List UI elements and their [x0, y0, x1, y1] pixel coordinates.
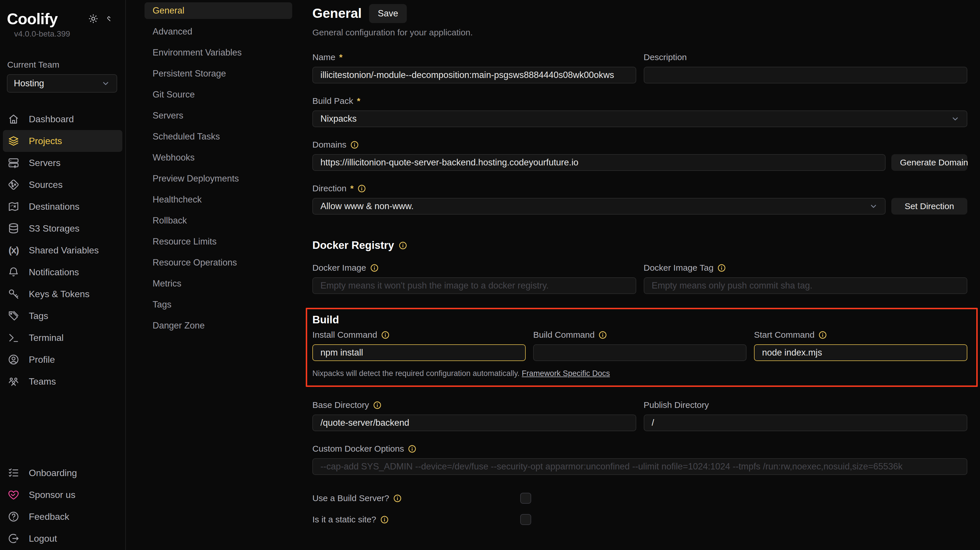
sidebar-item-terminal[interactable]: Terminal [3, 327, 123, 349]
subnav-item-environment-variables[interactable]: Environment Variables [145, 44, 292, 61]
info-icon [398, 241, 407, 250]
theme-toggle-sun-icon[interactable] [88, 13, 99, 25]
framework-docs-link[interactable]: Framework Specific Docs [522, 369, 610, 378]
generate-domain-button[interactable]: Generate Domain [891, 154, 967, 171]
install-command-field-group: Install Command [312, 330, 526, 361]
sidebar-item-notifications[interactable]: Notifications [3, 261, 123, 283]
build-command-input[interactable] [533, 344, 746, 361]
sidebar-item-label: Shared Variables [29, 245, 99, 256]
docker-image-label: Docker Image [312, 263, 636, 273]
base-directory-input[interactable] [312, 415, 636, 431]
static-site-label: Is it a static site? [312, 515, 520, 525]
description-field-group: Description [644, 52, 967, 83]
sidebar-item-label: Terminal [29, 333, 64, 343]
sidebar-item-label: Logout [29, 533, 57, 544]
domains-field-group: Domains Generate Domain [312, 140, 967, 171]
app-version: v4.0.0-beta.399 [7, 29, 70, 38]
subnav-item-metrics[interactable]: Metrics [145, 275, 292, 292]
current-team-label: Current Team [0, 60, 125, 70]
subnav-item-resource-limits[interactable]: Resource Limits [145, 233, 292, 250]
info-icon [380, 515, 389, 524]
sidebar-item-profile[interactable]: Profile [3, 349, 123, 371]
docker-image-tag-input[interactable] [644, 277, 967, 294]
chevron-up-down-icon[interactable] [105, 14, 113, 24]
nixpacks-note: Nixpacks will detect the required config… [312, 369, 967, 378]
subnav-item-resource-operations[interactable]: Resource Operations [145, 254, 292, 271]
subnav-item-scheduled-tasks[interactable]: Scheduled Tasks [145, 128, 292, 145]
sidebar-footer: Onboarding Sponsor us Feedback Logout [0, 462, 125, 550]
sidebar-item-dashboard[interactable]: Dashboard [3, 108, 123, 130]
custom-docker-options-label: Custom Docker Options [312, 444, 967, 453]
sidebar-item-sponsor-us[interactable]: Sponsor us [3, 484, 123, 506]
subnav-item-servers[interactable]: Servers [145, 107, 292, 124]
info-icon [373, 401, 382, 410]
build-server-label: Use a Build Server? [312, 493, 520, 503]
description-label: Description [644, 52, 967, 62]
subnav-item-danger-zone[interactable]: Danger Zone [145, 317, 292, 334]
team-icon [8, 376, 19, 387]
sidebar-item-sources[interactable]: Sources [3, 174, 123, 196]
save-button[interactable]: Save [369, 4, 407, 23]
name-label: Name * [312, 52, 636, 62]
install-command-input[interactable] [312, 344, 526, 361]
subnav-item-rollback[interactable]: Rollback [145, 212, 292, 229]
subnav-item-advanced[interactable]: Advanced [145, 23, 292, 40]
sidebar-item-label: S3 Storages [29, 223, 80, 234]
subnav-item-healthcheck[interactable]: Healthcheck [145, 191, 292, 208]
database-icon [8, 222, 19, 235]
required-asterisk: * [350, 184, 353, 193]
app-logo: Coolify [7, 11, 70, 27]
subnav-item-general[interactable]: General [145, 2, 292, 19]
subnav-item-persistent-storage[interactable]: Persistent Storage [145, 65, 292, 82]
sidebar-item-shared-variables[interactable]: (x) Shared Variables [3, 239, 123, 261]
sidebar-item-feedback[interactable]: Feedback [3, 506, 123, 528]
custom-docker-options-input[interactable] [312, 458, 967, 475]
subnav-item-tags[interactable]: Tags [145, 296, 292, 313]
page-title: General [312, 5, 361, 21]
subnav-item-webhooks[interactable]: Webhooks [145, 149, 292, 166]
docker-image-tag-field-group: Docker Image Tag [644, 263, 967, 294]
subnav-item-preview-deployments[interactable]: Preview Deployments [145, 170, 292, 187]
sidebar-item-servers[interactable]: Servers [3, 152, 123, 174]
sidebar-item-logout[interactable]: Logout [3, 528, 123, 549]
required-asterisk: * [339, 52, 343, 62]
sidebar-item-teams[interactable]: Teams [3, 371, 123, 392]
description-input[interactable] [644, 67, 967, 83]
set-direction-button[interactable]: Set Direction [891, 198, 967, 215]
sidebar-item-keys-tokens[interactable]: Keys & Tokens [3, 283, 123, 305]
static-site-toggle-row: Is it a static site? [312, 514, 967, 525]
static-site-checkbox[interactable] [520, 514, 531, 525]
subnav-item-git-source[interactable]: Git Source [145, 86, 292, 103]
build-heading: Build [312, 314, 967, 326]
user-icon [8, 353, 19, 366]
sidebar-item-label: Sources [29, 179, 62, 190]
direction-value: Allow www & non-www. [320, 201, 414, 211]
info-icon [393, 494, 402, 503]
main-content: General Save General configuration for y… [312, 0, 980, 550]
build-pack-select[interactable]: Nixpacks [312, 111, 967, 127]
direction-field-group: Direction * Allow www & non-www. Set Dir… [312, 184, 967, 215]
info-icon [818, 331, 827, 339]
variable-icon: (x) [8, 245, 19, 256]
sidebar-item-s3-storages[interactable]: S3 Storages [3, 217, 123, 239]
info-icon [350, 140, 359, 149]
sidebar-item-projects[interactable]: Projects [3, 130, 123, 152]
info-icon [408, 444, 417, 453]
sidebar-item-onboarding[interactable]: Onboarding [3, 462, 123, 484]
app-root: Coolify v4.0.0-beta.399 Current Team Hos… [0, 0, 980, 550]
team-select[interactable]: Hosting [7, 74, 117, 93]
build-server-checkbox[interactable] [520, 493, 531, 504]
direction-select[interactable]: Allow www & non-www. [312, 198, 886, 215]
chevron-down-icon [101, 79, 110, 88]
name-input[interactable] [312, 67, 636, 83]
domains-label: Domains [312, 140, 967, 150]
domains-input[interactable] [312, 154, 886, 171]
build-command-field-group: Build Command [533, 330, 746, 361]
info-icon [357, 184, 366, 193]
sidebar-item-tags[interactable]: Tags [3, 305, 123, 327]
start-command-input[interactable] [754, 344, 967, 361]
sidebar-item-destinations[interactable]: Destinations [3, 196, 123, 217]
build-command-label: Build Command [533, 330, 746, 340]
publish-directory-input[interactable] [644, 415, 967, 431]
docker-image-input[interactable] [312, 277, 636, 294]
